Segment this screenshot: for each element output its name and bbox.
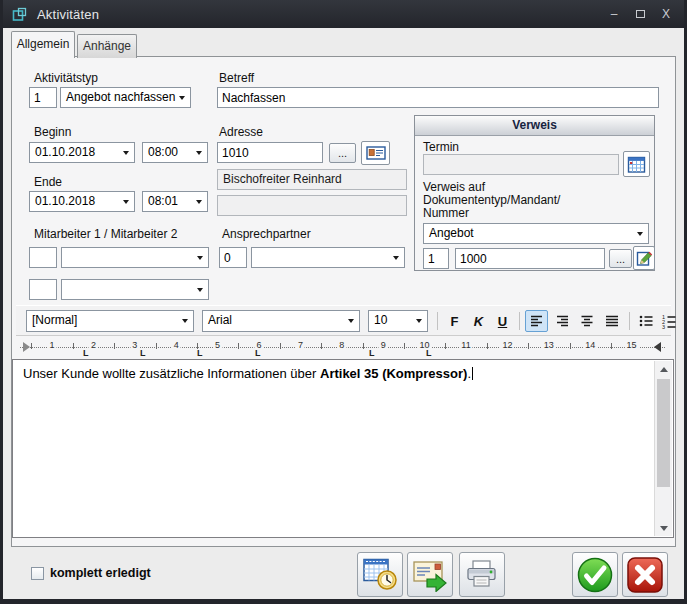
aktivitaetstyp-code-input[interactable] (29, 87, 57, 108)
verweis-edit-button[interactable] (633, 246, 655, 270)
ruler-number: 14 (583, 340, 597, 351)
ruler-number: 5 (213, 340, 222, 351)
chevron-down-icon (179, 96, 185, 100)
underline-button[interactable]: U (491, 310, 514, 332)
ruler-number: 2 (89, 340, 98, 351)
window-body: Aktivitäten – X Allgemein Anhänge Aktivi… (3, 0, 684, 599)
verweis-doc-label: Verweis auf Dokumententyp/Mandant/ Numme… (423, 181, 560, 220)
ok-button[interactable] (572, 552, 618, 597)
scroll-up-icon[interactable] (655, 361, 672, 377)
title-bar: Aktivitäten – X (3, 0, 684, 28)
align-justify-button[interactable] (600, 310, 623, 332)
schedule-button[interactable] (357, 552, 403, 597)
verweis-browse-button[interactable]: ... (609, 249, 632, 268)
footer-bar: komplett erledigt (3, 547, 684, 599)
notes-text-area[interactable]: Unser Kunde wollte zusätzliche Informati… (12, 359, 674, 538)
ruler-tick (31, 343, 32, 349)
font-family-combo[interactable]: Arial (202, 310, 360, 332)
ruler-number: 15 (625, 340, 639, 351)
notes-text-bold: Artikel 35 (Kompressor) (320, 366, 467, 381)
calendar-icon (627, 155, 646, 174)
adresse-extra-display (217, 195, 407, 216)
tab-stop-marker[interactable]: L (255, 349, 261, 358)
numbered-list-button[interactable]: 1 2 3 (657, 310, 680, 332)
tab-stop-marker[interactable]: L (197, 349, 203, 358)
font-size-value: 10 (374, 313, 387, 327)
komplett-erledigt-checkbox[interactable] (31, 567, 44, 580)
scrollbar-thumb[interactable] (657, 379, 670, 487)
mitarbeiter1-code-input[interactable] (29, 247, 57, 268)
beginn-date-combo[interactable]: 01.10.2018 (29, 142, 135, 163)
paragraph-style-combo[interactable]: [Normal] (26, 310, 194, 332)
verweis-groupbox: Verweis Termin Verweis auf Dokumententyp… (414, 115, 655, 271)
mandant-input[interactable] (423, 248, 449, 269)
close-icon[interactable]: X (658, 6, 674, 22)
maximize-icon[interactable] (632, 6, 648, 22)
adresse-input[interactable] (217, 142, 323, 163)
chevron-down-icon (182, 319, 188, 323)
minimize-icon[interactable]: – (606, 6, 622, 22)
app-icon (11, 6, 28, 23)
print-button[interactable] (459, 552, 505, 597)
mitarbeiter2-code-input[interactable] (29, 279, 57, 300)
align-left-button[interactable] (525, 310, 548, 332)
ansprechpartner-combo[interactable] (251, 247, 405, 268)
mail-forward-icon (412, 558, 448, 592)
tab-strip: Allgemein Anhänge (3, 28, 684, 57)
scroll-down-icon[interactable] (655, 520, 672, 536)
ruler-tick (363, 343, 364, 349)
aktivitaetstyp-label: Aktivitätstyp (34, 71, 98, 85)
cancel-button[interactable] (622, 552, 668, 597)
tab-stop-marker[interactable]: L (140, 349, 146, 358)
betreff-label: Betreff (219, 71, 254, 85)
tab-stop-marker[interactable]: L (369, 349, 375, 358)
chevron-down-icon (123, 151, 129, 155)
nummer-input[interactable] (455, 248, 605, 269)
mitarbeiter1-combo[interactable] (61, 247, 209, 268)
align-right-icon (554, 313, 570, 329)
adresse-contact-button[interactable] (361, 141, 390, 165)
ansprechpartner-code-input[interactable] (219, 247, 247, 268)
beginn-time-value: 08:00 (148, 145, 178, 159)
tab-stop-marker[interactable]: L (83, 349, 89, 358)
beginn-time-combo[interactable]: 08:00 (142, 142, 208, 163)
align-justify-icon (604, 313, 620, 329)
chevron-down-icon (196, 151, 202, 155)
align-right-button[interactable] (550, 310, 573, 332)
format-toolbar: [Normal] Arial 10 F K U (16, 305, 671, 336)
font-size-combo[interactable]: 10 (368, 310, 428, 332)
ok-check-icon (575, 555, 615, 595)
ruler-tick (156, 343, 157, 349)
dokumenttyp-combo[interactable]: Angebot (423, 223, 649, 244)
tab-allgemein[interactable]: Allgemein (11, 31, 75, 58)
send-mail-button[interactable] (407, 552, 453, 597)
bold-button[interactable]: F (443, 310, 466, 332)
ruler-number: 12 (500, 340, 514, 351)
align-left-icon (529, 313, 545, 329)
svg-text:3: 3 (662, 324, 665, 329)
ruler-number: 3 (130, 340, 139, 351)
betreff-input[interactable] (217, 87, 659, 108)
ende-time-combo[interactable]: 08:01 (142, 191, 208, 212)
dokumenttyp-combo-value: Angebot (429, 226, 474, 240)
ende-date-combo[interactable]: 01.10.2018 (29, 191, 135, 212)
adresse-name-display: Bischofreiter Reinhard (217, 169, 407, 190)
toolbar-separator (437, 312, 438, 330)
mitarbeiter2-combo[interactable] (61, 279, 209, 300)
termin-calendar-button[interactable] (623, 151, 650, 177)
toolbar-separator (629, 312, 630, 330)
ruler: 123456789101112131415LLLLLL (12, 338, 675, 359)
ruler-tick (487, 343, 488, 349)
ruler-tick (73, 343, 74, 349)
vertical-scrollbar[interactable] (654, 361, 672, 536)
aktivitaetstyp-combo[interactable]: Angebot nachfassen (60, 87, 191, 108)
bullet-list-button[interactable] (634, 310, 657, 332)
ruler-number: 1 (47, 340, 56, 351)
align-center-button[interactable] (575, 310, 598, 332)
tab-anhaenge[interactable]: Anhänge (77, 34, 137, 58)
ruler-track: 123456789101112131415LLLLLL (12, 338, 675, 359)
italic-button[interactable]: K (467, 310, 490, 332)
tab-stop-marker[interactable]: L (426, 349, 432, 358)
adresse-browse-button[interactable]: ... (329, 143, 356, 163)
ruler-number: 7 (296, 340, 305, 351)
